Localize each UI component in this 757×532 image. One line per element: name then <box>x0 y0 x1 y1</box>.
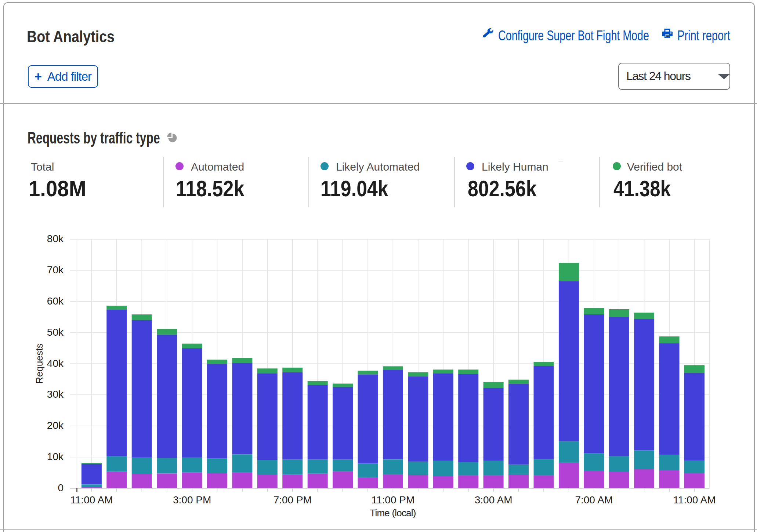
svg-text:80k: 80k <box>47 233 64 244</box>
svg-text:60k: 60k <box>47 295 64 307</box>
svg-text:0: 0 <box>58 482 64 493</box>
svg-text:70k: 70k <box>47 264 64 276</box>
svg-text:11:00 PM: 11:00 PM <box>372 494 415 506</box>
svg-text:10k: 10k <box>47 451 64 462</box>
svg-text:20k: 20k <box>47 420 64 431</box>
svg-text:11:00 AM: 11:00 AM <box>70 494 113 506</box>
svg-text:50k: 50k <box>47 327 64 338</box>
svg-text:3:00 PM: 3:00 PM <box>173 494 211 506</box>
svg-text:3:00 AM: 3:00 AM <box>475 494 512 506</box>
svg-text:7:00 PM: 7:00 PM <box>274 494 312 506</box>
svg-text:40k: 40k <box>47 358 64 369</box>
svg-text:Time (local): Time (local) <box>370 507 416 518</box>
svg-text:30k: 30k <box>47 389 64 400</box>
svg-text:Requests: Requests <box>34 343 45 384</box>
svg-text:11:00 AM: 11:00 AM <box>673 494 716 506</box>
svg-text:7:00 AM: 7:00 AM <box>575 494 613 506</box>
